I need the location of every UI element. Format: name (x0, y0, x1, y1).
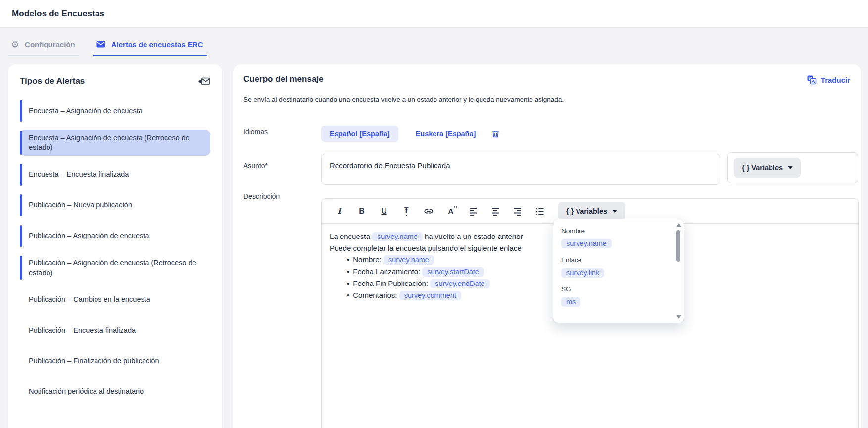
chevron-down-icon (788, 166, 793, 169)
variable-chip[interactable]: survey.name (372, 232, 423, 241)
alert-type-item[interactable]: Encuesta – Asignación de encuesta (20, 99, 210, 123)
alert-type-label: Publicación – Nueva publicación (29, 200, 132, 210)
variable-group-name: Nombre (561, 227, 667, 235)
idiomas-label: Idiomas (243, 128, 268, 136)
language-chip-row: Español [España] Euskera [España] (321, 125, 500, 143)
unordered-list-icon[interactable] (533, 204, 547, 219)
strikethrough-icon[interactable]: Ŧ (399, 204, 413, 219)
configured-indicator-bar (20, 225, 22, 247)
align-center-icon[interactable] (488, 204, 502, 219)
dropdown-scrollbar[interactable] (675, 222, 681, 320)
variable-group-name: SG (561, 285, 667, 293)
font-color-icon[interactable]: A (444, 204, 458, 219)
variable-option[interactable]: survey.link (561, 268, 604, 278)
variable-chip[interactable]: survey.endDate (430, 279, 489, 288)
alert-type-item[interactable]: Encuesta – Encuesta finalizada (20, 163, 210, 187)
scroll-down-icon[interactable] (676, 315, 681, 319)
gear-icon: ⚙ (11, 40, 19, 49)
alert-type-item[interactable]: Publicación – Asignación de encuesta (20, 224, 210, 248)
section-title: Cuerpo del mensaje (243, 74, 324, 84)
variables-button-label: { } Variables (566, 207, 607, 215)
alert-type-label: Publicación – Asignación de encuesta (Re… (29, 258, 204, 278)
page-title: Modelos de Encuestas (12, 9, 104, 19)
alert-type-item[interactable]: Publicación – Cambios en la encuesta (20, 287, 210, 311)
alert-type-label: Encuesta – Asignación de encuesta (29, 106, 143, 116)
trash-icon (491, 129, 500, 139)
mail-forward-icon[interactable] (198, 75, 210, 87)
language-chip-espanol[interactable]: Español [España] (321, 126, 398, 142)
configured-indicator-bar (20, 100, 22, 122)
align-right-icon[interactable] (511, 204, 525, 219)
alert-types-list: Encuesta – Asignación de encuesta Encues… (8, 96, 222, 413)
delete-language-button[interactable] (491, 129, 500, 139)
link-icon[interactable] (422, 204, 435, 219)
tab-label: Configuración (25, 40, 75, 48)
alert-type-label: Encuesta – Encuesta finalizada (29, 169, 129, 179)
alert-type-label: Publicación – Asignación de encuesta (29, 231, 149, 240)
descripcion-label: Descripción (243, 192, 280, 200)
tab-configuracion[interactable]: ⚙ Configuración (8, 40, 79, 56)
alert-type-label: Notificación periódica al destinatario (29, 386, 144, 396)
variable-option[interactable]: survey.name (561, 239, 612, 248)
editor-variables-button[interactable]: { } Variables (558, 202, 625, 221)
variable-chip[interactable]: survey.comment (399, 291, 461, 300)
asunto-label: Asunto* (243, 162, 268, 170)
scrollbar-thumb[interactable] (676, 230, 680, 262)
alert-type-item[interactable]: Publicación – Nueva publicación (20, 193, 210, 217)
align-left-icon[interactable] (466, 204, 480, 219)
alert-types-title: Tipos de Alertas (20, 76, 85, 86)
scroll-up-icon[interactable] (676, 223, 681, 227)
alert-type-label: Publicación – Cambios en la encuesta (29, 294, 150, 304)
configured-indicator-bar (20, 256, 22, 280)
bold-icon[interactable]: B (355, 204, 369, 219)
variable-chip[interactable]: survey.startDate (422, 267, 484, 277)
section-subtitle: Se envía al destinatario cuando una encu… (243, 96, 564, 103)
alert-type-item[interactable]: Publicación – Encuesta finalizada (20, 318, 210, 342)
variables-dropdown-menu: Nombre survey.name Enlace survey.link SG… (553, 219, 684, 323)
mail-icon (96, 39, 106, 49)
translate-button[interactable]: Traducir (806, 74, 850, 85)
alert-type-item[interactable]: Publicación – Asignación de encuesta (Re… (20, 255, 210, 281)
configured-indicator-bar (20, 164, 22, 186)
subject-variables-button[interactable]: { } Variables (734, 158, 801, 178)
variable-chip[interactable]: survey.name (384, 255, 434, 265)
variable-option[interactable]: ms (561, 297, 580, 307)
tab-bar: ⚙ Configuración Alertas de encuestas ERC (0, 28, 868, 56)
italic-icon[interactable]: I (333, 204, 346, 219)
alert-type-label: Publicación – Finalización de publicació… (29, 356, 159, 366)
alert-type-item[interactable]: Publicación – Finalización de publicació… (20, 349, 210, 373)
chevron-down-icon (612, 210, 617, 213)
configured-indicator-bar (20, 131, 22, 155)
alert-type-label: Encuesta – Asignación de encuesta (Retro… (29, 133, 204, 153)
configured-indicator-bar (20, 194, 22, 216)
alert-type-label: Publicación – Encuesta finalizada (29, 325, 136, 335)
tab-label: Alertas de encuestas ERC (111, 40, 203, 48)
variables-button-label: { } Variables (742, 164, 783, 172)
tab-alertas-erc[interactable]: Alertas de encuestas ERC (93, 39, 207, 56)
variable-group-name: Enlace (561, 256, 667, 264)
alert-type-item-selected[interactable]: Encuesta – Asignación de encuesta (Retro… (20, 130, 210, 156)
subject-variables-box: { } Variables (727, 152, 858, 183)
alert-types-panel: Tipos de Alertas Encuesta – Asignación d… (8, 64, 222, 428)
translate-label: Traducir (821, 76, 850, 84)
message-body-panel: Cuerpo del mensaje Se envía al destinata… (233, 64, 861, 428)
alert-type-item[interactable]: Notificación periódica al destinatario (20, 380, 210, 403)
top-bar: Modelos de Encuestas (0, 0, 868, 28)
language-chip-euskera[interactable]: Euskera [España] (407, 126, 484, 142)
subject-input[interactable]: Recordatorio de Encuesta Publicada (321, 154, 720, 185)
translate-icon (806, 74, 817, 85)
underline-icon[interactable]: U (377, 204, 391, 219)
